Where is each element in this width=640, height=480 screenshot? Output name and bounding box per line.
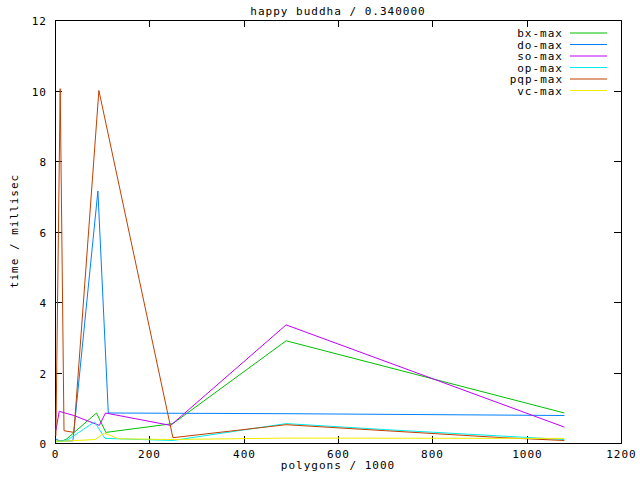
y-tick-label: 0	[39, 438, 47, 451]
plot-area: 020040060080010001200024681012bx-maxdo-m…	[0, 0, 640, 480]
y-tick-label: 4	[39, 297, 47, 310]
legend-label-vc-max: vc-max	[517, 85, 563, 98]
y-tick-label: 8	[39, 156, 47, 169]
x-tick-label: 1000	[512, 448, 543, 461]
series-line-pqp-max	[56, 89, 565, 441]
x-tick-label: 200	[138, 448, 161, 461]
series-line-do-max	[56, 191, 565, 441]
x-tick-label: 400	[233, 448, 256, 461]
x-tick-label: 1200	[606, 448, 637, 461]
y-tick-label: 10	[32, 86, 47, 99]
y-tick-label: 6	[39, 227, 47, 240]
gnuplot-chart-window: happy buddha / 0.340000 time / millisec …	[0, 0, 640, 480]
x-tick-label: 800	[421, 448, 444, 461]
y-tick-label: 12	[32, 15, 47, 28]
y-tick-label: 2	[39, 368, 47, 381]
x-tick-label: 600	[327, 448, 350, 461]
x-tick-label: 0	[52, 448, 60, 461]
